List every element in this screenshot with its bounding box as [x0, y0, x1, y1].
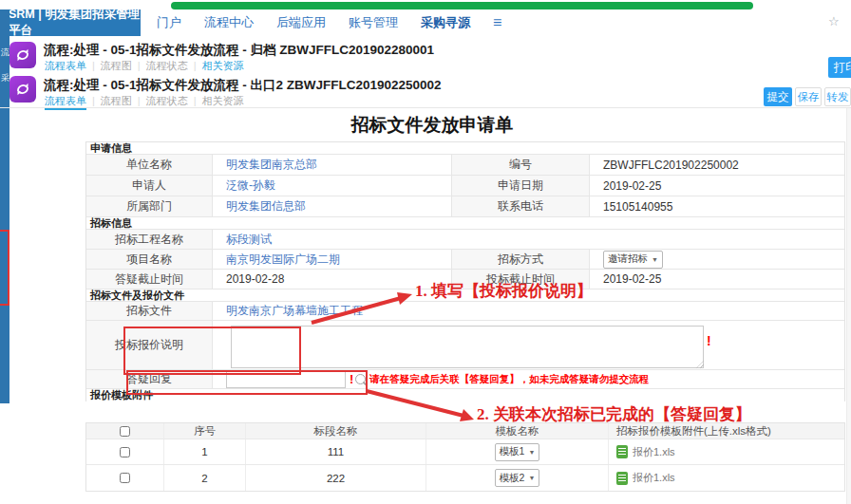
header-checkbox-cell: [86, 423, 164, 439]
tab-process-diagram[interactable]: 流程图: [86, 60, 132, 71]
qa-reply-input[interactable]: [226, 371, 346, 388]
field-value: 南京明发国际广场二期: [213, 250, 452, 269]
field-label: 答疑截止时间: [86, 270, 213, 289]
template-cell: 模板1: [426, 439, 609, 464]
nav-item-process-center[interactable]: 流程中心: [204, 14, 254, 31]
form-row: 招标文件 明发南京广场幕墙施工工程: [86, 302, 844, 321]
select-all-checkbox[interactable]: [120, 426, 130, 437]
nav-item-account-management[interactable]: 账号管理: [349, 14, 398, 31]
bid-document-link[interactable]: 明发南京广场幕墙施工工程: [226, 303, 363, 319]
form-row: 单位名称 明发集团南京总部 编号 ZBWJFFLC201902250002: [86, 155, 844, 176]
excel-file-icon: [616, 472, 628, 485]
field-label: 申请日期: [452, 176, 590, 196]
menu-icon[interactable]: ≡: [493, 14, 501, 31]
nav-item-portal[interactable]: 门户: [157, 14, 181, 31]
bid-deadline-value: 2019-02-25: [590, 270, 844, 289]
project-name-link[interactable]: 南京明发国际广场二期: [226, 252, 340, 268]
tab-process-form[interactable]: 流程表单: [45, 60, 86, 71]
sync-arrows-icon: [13, 80, 32, 99]
section-title-bid-info: 招标信息: [86, 217, 844, 230]
left-edge-strip: [0, 9, 9, 403]
attachment-link[interactable]: 报价1.xls: [633, 471, 675, 485]
nav-item-backend-apps[interactable]: 后端应用: [276, 14, 326, 31]
field-value: 泛微-孙毅: [213, 176, 452, 196]
nav-item-sourcing[interactable]: 采购寻源: [421, 14, 470, 31]
divider: [0, 107, 851, 108]
column-header-template-name: 模板名称: [426, 423, 609, 439]
column-header-attachment: 招标报价模板附件(上传.xls格式): [609, 423, 844, 439]
tab-process-status[interactable]: 流程状态: [132, 60, 188, 71]
side-tab-glyph[interactable]: 流: [1, 47, 9, 57]
vertical-scrollbar[interactable]: [846, 108, 851, 504]
top-nav: 门户 流程中心 后端应用 账号管理 采购寻源 ≡: [157, 9, 501, 36]
form-row: 招标工程名称 标段测试: [86, 230, 844, 250]
field-value: 邀请招标: [590, 250, 844, 269]
row-checkbox[interactable]: [120, 473, 130, 483]
column-header-seq: 序号: [164, 423, 246, 439]
bid-method-select[interactable]: 邀请招标: [603, 251, 663, 269]
field-label: 单位名称: [86, 155, 213, 175]
tab-process-status[interactable]: 流程状态: [132, 95, 188, 106]
field-value: 标段测试: [213, 230, 844, 249]
annotation-note-1: 1. 填写【投标报价说明】: [415, 280, 593, 302]
sync-arrows-icon: [13, 46, 32, 65]
side-tab-glyph[interactable]: 采: [1, 73, 9, 83]
applicant-link[interactable]: 泛微-孙毅: [226, 177, 275, 194]
phone-value: 15105140955: [590, 196, 844, 216]
workflow-title: 流程:处理 - 05-1招标文件发放流程 - 出口2 ZBWJFFLC20190…: [44, 77, 442, 94]
table-row: 2 222 模板2 报价1.xls: [86, 465, 844, 491]
seq-cell: 2: [164, 465, 246, 491]
tab-process-diagram[interactable]: 流程图: [86, 95, 132, 106]
template-select[interactable]: 模板2: [495, 469, 540, 487]
workflow-icon: [9, 76, 36, 103]
table-row: 1 111 模板1 报价1.xls: [86, 439, 844, 465]
required-mark: !: [350, 372, 353, 386]
field-label: 招标工程名称: [86, 230, 213, 249]
apply-date-value: 2019-02-25: [590, 176, 844, 196]
workflow-tabs: 流程表单流程图流程状态相关资源: [45, 59, 244, 73]
form-row: 申请人 泛微-孙毅 申请日期 2019-02-25: [86, 176, 844, 196]
required-mark: !: [707, 333, 711, 348]
field-value: 明发集团南京总部: [213, 155, 452, 175]
field-label: 编号: [452, 155, 590, 175]
print-button[interactable]: 打印: [828, 57, 851, 78]
section-title-quote-templates: 报价模板附件: [86, 389, 844, 401]
field-label: 投标报价说明: [86, 321, 213, 369]
forward-button[interactable]: 转发: [824, 87, 851, 106]
field-label: 招标方式: [452, 250, 590, 269]
column-header-section-name: 标段名称: [246, 423, 426, 439]
field-label: 申请人: [86, 176, 213, 196]
field-label: 所属部门: [86, 196, 213, 216]
page-progress-bar: [171, 2, 753, 9]
search-icon[interactable]: [355, 374, 366, 384]
field-label: 答疑回复: [86, 370, 213, 388]
workflow-title: 流程:处理 - 05-1招标文件发放流程 - 归档 ZBWJFFLC201902…: [44, 42, 434, 59]
submit-button[interactable]: 提交: [764, 87, 792, 106]
form-row: 答疑回复 ! 请在答疑完成后关联【答疑回复】，如未完成答疑请勿提交流程: [86, 370, 844, 389]
field-value: 明发集团信息部: [213, 196, 452, 216]
field-label: 项目名称: [86, 250, 213, 269]
form-row: 项目名称 南京明发国际广场二期 招标方式 邀请招标: [86, 250, 844, 270]
quote-template-table: 序号 标段名称 模板名称 招标报价模板附件(上传.xls格式) 1 111 模板…: [85, 422, 845, 492]
row-checkbox-cell: [86, 439, 164, 464]
brand-logo: SRM | 明发集团招采管理平台: [0, 9, 141, 36]
save-button[interactable]: 保存: [795, 87, 822, 106]
favorite-icon[interactable]: ☆: [828, 14, 840, 28]
tab-related-resources[interactable]: 相关资源: [188, 95, 244, 106]
unit-name-link[interactable]: 明发集团南京总部: [226, 157, 317, 173]
section-name-cell: 111: [246, 439, 426, 464]
attachment-link[interactable]: 报价1.xls: [633, 445, 675, 459]
serial-number-value: ZBWJFFLC201902250002: [590, 155, 844, 175]
seq-cell: 1: [164, 439, 246, 464]
srm-app-window: SRM | 明发集团招采管理平台 流 采 门户 流程中心 后端应用 账号管理 采…: [0, 0, 851, 504]
quote-description-textarea[interactable]: [231, 326, 704, 368]
row-checkbox[interactable]: [120, 447, 130, 457]
section-name-cell: 222: [246, 465, 426, 491]
template-select[interactable]: 模板1: [495, 443, 540, 461]
attachment-cell: 报价1.xls: [609, 439, 844, 464]
section-title-apply-info: 申请信息: [86, 142, 844, 155]
department-link[interactable]: 明发集团信息部: [226, 198, 306, 215]
tab-related-resources[interactable]: 相关资源: [188, 60, 244, 71]
qa-reply-hint: 请在答疑完成后关联【答疑回复】，如未完成答疑请勿提交流程: [369, 373, 649, 386]
bid-project-link[interactable]: 标段测试: [226, 232, 272, 248]
